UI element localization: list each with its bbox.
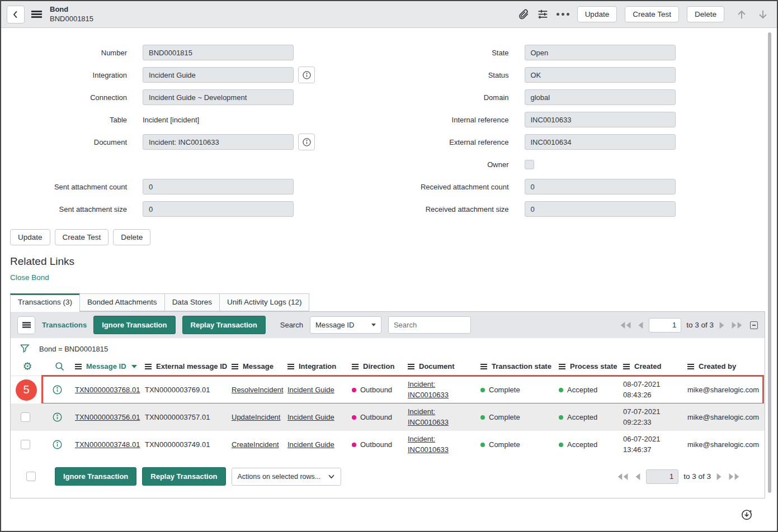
document-link[interactable]: Incident: INC0010633 [408,407,459,427]
external-reference-field[interactable]: INC0010634 [525,134,676,150]
received-attachment-count-field[interactable]: 0 [525,179,676,194]
replay-transaction-button-bottom[interactable]: Replay Transaction [142,467,225,486]
table-row[interactable]: TXN0000003748.01 TXN0000003749.01 Create… [11,431,765,458]
previous-record-icon[interactable] [735,8,748,21]
document-field[interactable]: Incident: INC0010633 [143,134,294,150]
created-value: 07-07-2021 09:22:33 [623,407,675,427]
state-field[interactable]: Open [525,45,676,60]
previous-page-icon[interactable] [637,321,644,329]
integration-link[interactable]: Incident Guide [287,440,334,449]
gear-icon[interactable]: ⚙ [22,361,32,372]
next-page-icon[interactable] [716,473,723,481]
sent-attachment-size-field[interactable]: 0 [143,201,294,217]
tab-bonded-attachments[interactable]: Bonded Attachments [79,293,164,311]
collapse-list-icon[interactable] [750,321,758,329]
column-header-created-by[interactable]: Created by [687,362,765,370]
record-nav-arrows [735,8,769,21]
record-info-icon[interactable] [52,439,63,450]
message-id-link[interactable]: TXN0000003748.01 [75,440,140,449]
table-row[interactable]: 5 TXN0000003768.01 TXN0000003769.01 Reso… [11,376,765,403]
document-link[interactable]: Incident: INC0010633 [408,379,459,400]
message-link[interactable]: ResolveIncident [232,386,284,394]
filter-breadcrumb[interactable]: Bond = BND0001815 [39,345,108,353]
document-link[interactable]: Incident: INC0010633 [408,434,459,454]
number-field[interactable]: BND0001815 [143,45,294,60]
next-record-icon[interactable] [757,8,769,21]
create-test-button-header[interactable]: Create Test [625,6,679,22]
select-all-checkbox[interactable] [26,472,36,481]
first-page-icon[interactable] [617,473,629,481]
personalize-form-icon[interactable] [537,8,549,20]
column-header-message[interactable]: Message [232,362,287,370]
search-icon[interactable] [54,361,65,372]
tab-transactions[interactable]: Transactions (3) [10,293,79,312]
column-header-created[interactable]: Created [623,362,687,370]
table-row[interactable]: TXN0000003756.01 TXN0000003757.01 Update… [11,403,765,431]
more-options-icon[interactable] [557,13,569,16]
record-info-icon[interactable] [52,412,63,422]
internal-reference-field[interactable]: INC0010633 [525,112,676,127]
record-info-icon[interactable] [52,384,63,395]
list-title-link[interactable]: Transactions [42,321,87,329]
bond-form: Number BND0001815 Integration Incident G… [1,28,777,224]
last-page-icon[interactable] [730,321,743,329]
ignore-transaction-button-bottom[interactable]: Ignore Transaction [55,467,136,486]
attachment-icon[interactable] [517,8,529,20]
page-range-label: to 3 of 3 [683,472,711,481]
domain-field[interactable]: global [525,89,676,105]
connection-field[interactable]: Incident Guide ~ Development [143,89,294,105]
column-header-transaction-state[interactable]: Transaction state [480,362,559,370]
message-link[interactable]: CreateIncident [232,440,279,449]
response-time-stopwatch-icon[interactable] [740,507,753,521]
row-checkbox[interactable] [21,412,30,422]
column-header-direction[interactable]: Direction [352,362,408,370]
message-link[interactable]: UpdateIncident [232,413,280,421]
create-test-button-form[interactable]: Create Test [55,229,109,245]
integration-info-button[interactable] [298,66,315,83]
message-id-link[interactable]: TXN0000003768.01 [75,386,140,394]
message-id-link[interactable]: TXN0000003756.01 [75,413,140,421]
tab-unifi-activity-logs[interactable]: Unifi Activity Logs (12) [219,293,310,311]
status-field[interactable]: OK [525,67,676,83]
list-toolbar: Transactions Ignore Transaction Replay T… [11,312,765,338]
search-field-select[interactable]: Message ID [310,316,381,334]
context-menu-icon[interactable] [31,11,42,18]
integration-field[interactable]: Incident Guide [143,67,294,83]
row-checkbox[interactable] [21,440,30,449]
column-menu-icon [623,366,630,367]
integration-link[interactable]: Incident Guide [287,413,334,421]
hamburger-icon [31,11,42,18]
last-page-icon[interactable] [728,473,740,481]
filter-funnel-icon[interactable] [19,343,30,354]
list-menu-button[interactable] [17,316,35,334]
column-header-external-message-id[interactable]: External message ID [145,362,232,370]
page-number-input[interactable] [649,318,681,332]
integration-link[interactable]: Incident Guide [287,386,334,394]
actions-on-selected-rows-select[interactable]: Actions on selected rows... [232,468,341,486]
column-header-message-id[interactable]: Message ID [75,362,145,370]
close-bond-link[interactable]: Close Bond [10,273,49,282]
delete-button-form[interactable]: Delete [113,229,150,245]
column-header-integration[interactable]: Integration [287,362,352,370]
replay-transaction-button-top[interactable]: Replay Transaction [182,316,266,334]
back-button[interactable] [7,6,25,23]
page-number-input[interactable] [646,469,678,484]
ignore-transaction-button-top[interactable]: Ignore Transaction [93,316,175,334]
created-by-value: mike@sharelogic.com [687,386,765,394]
tab-data-stores[interactable]: Data Stores [164,293,219,311]
received-attachment-size-field[interactable]: 0 [525,201,676,217]
owner-checkbox[interactable] [525,160,534,169]
next-page-icon[interactable] [719,321,725,329]
vertical-scrollbar[interactable] [768,32,771,493]
first-page-icon[interactable] [620,321,632,329]
update-button-header[interactable]: Update [577,6,617,22]
previous-page-icon[interactable] [634,473,641,481]
column-header-process-state[interactable]: Process state [559,362,623,370]
document-info-button[interactable] [298,134,315,150]
update-button-form[interactable]: Update [10,229,50,245]
process-state-value: Accepted [567,440,597,449]
sent-attachment-count-field[interactable]: 0 [143,179,294,194]
search-input[interactable] [388,316,471,334]
delete-button-header[interactable]: Delete [687,6,724,22]
column-header-document[interactable]: Document [408,362,480,370]
